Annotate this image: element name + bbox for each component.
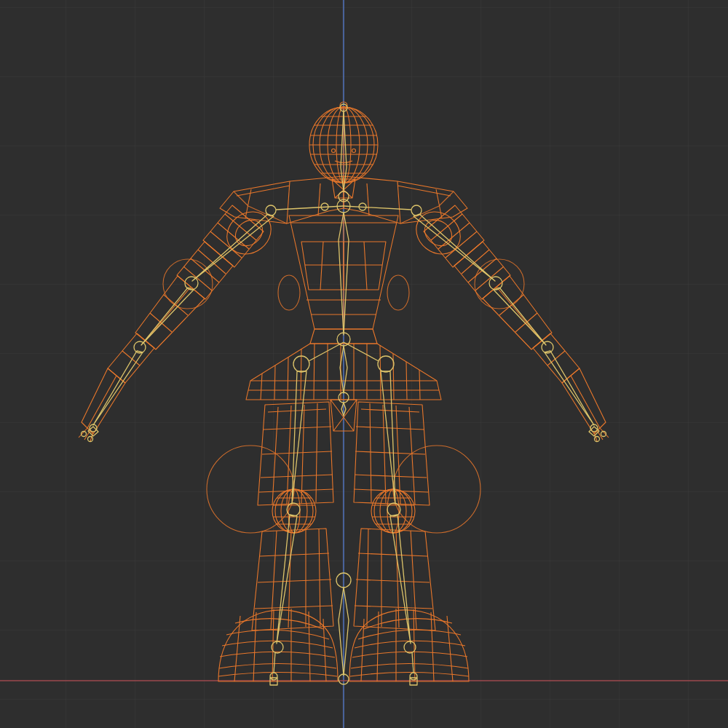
viewport-canvas xyxy=(0,0,728,728)
viewport-3d[interactable] xyxy=(0,0,728,728)
